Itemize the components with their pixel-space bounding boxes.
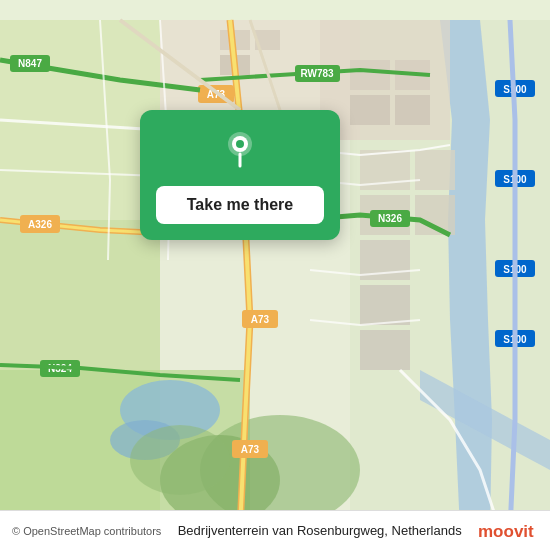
svg-rect-7 <box>350 60 390 90</box>
take-me-button[interactable]: Take me there <box>156 186 324 224</box>
svg-rect-9 <box>350 95 390 125</box>
svg-rect-15 <box>415 150 455 190</box>
overlay-card: Take me there <box>140 110 340 240</box>
svg-rect-20 <box>360 330 410 370</box>
svg-rect-10 <box>395 95 430 125</box>
svg-text:A326: A326 <box>28 219 52 230</box>
svg-rect-19 <box>360 285 410 325</box>
location-label: Bedrijventerrein van Rosenburgweg, Nethe… <box>178 523 462 538</box>
svg-point-25 <box>130 425 230 495</box>
map-container: A73 A73 A73 A73 A326 N326 N847 RW783 S10… <box>0 0 550 550</box>
svg-text:RW783: RW783 <box>300 68 334 79</box>
map-svg: A73 A73 A73 A73 A326 N326 N847 RW783 S10… <box>0 0 550 550</box>
bottom-bar: © OpenStreetMap contributors Bedrijvente… <box>0 510 550 550</box>
moovit-logo: moovit <box>478 520 538 542</box>
copyright-text: © OpenStreetMap contributors <box>12 525 161 537</box>
svg-text:A73: A73 <box>241 444 260 455</box>
svg-point-54 <box>236 140 244 148</box>
moovit-logo-svg: moovit <box>478 520 538 542</box>
svg-text:A73: A73 <box>251 314 270 325</box>
svg-text:moovit: moovit <box>478 522 534 541</box>
svg-text:N847: N847 <box>18 58 42 69</box>
svg-text:N326: N326 <box>378 213 402 224</box>
pin-icon <box>218 128 262 172</box>
